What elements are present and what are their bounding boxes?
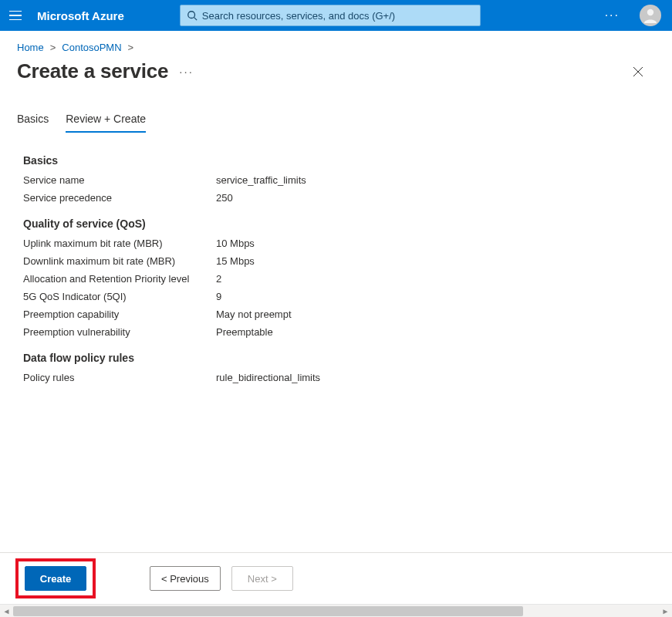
previous-button[interactable]: < Previous: [150, 566, 221, 591]
title-more-icon[interactable]: ···: [179, 65, 194, 78]
kv-row: 5G QoS Indicator (5QI) 9: [23, 291, 649, 302]
create-highlight-box: Create: [15, 558, 96, 598]
arp-level-label: Allocation and Retention Priority level: [23, 273, 216, 285]
page-title: Create a service: [17, 59, 168, 83]
close-icon: [632, 66, 644, 78]
chevron-right-icon: >: [50, 42, 56, 53]
section-basics-heading: Basics: [23, 154, 649, 167]
svg-line-1: [194, 18, 197, 21]
wizard-footer: Create < Previous Next >: [0, 553, 672, 604]
kv-row: Uplink maximum bit rate (MBR) 10 Mbps: [23, 238, 649, 249]
scroll-left-icon[interactable]: ◄: [0, 605, 13, 618]
brand-label: Microsoft Azure: [37, 9, 124, 22]
policy-rules-label: Policy rules: [23, 372, 216, 383]
svg-point-0: [188, 12, 195, 19]
kv-row: Service name service_traffic_limits: [23, 174, 649, 186]
breadcrumb: Home > ContosoPMN >: [0, 31, 672, 56]
azure-topbar: Microsoft Azure ···: [0, 0, 672, 31]
tab-basics[interactable]: Basics: [17, 113, 49, 133]
5qi-value: 9: [216, 291, 221, 302]
preemption-capability-value: May not preempt: [216, 308, 292, 320]
tab-review-create[interactable]: Review + Create: [66, 113, 146, 133]
hamburger-icon[interactable]: [8, 8, 23, 23]
uplink-mbr-label: Uplink maximum bit rate (MBR): [23, 238, 216, 249]
5qi-label: 5G QoS Indicator (5QI): [23, 291, 216, 302]
review-content: Basics Service name service_traffic_limi…: [0, 133, 672, 552]
policy-rules-value: rule_bidirectional_limits: [216, 372, 320, 383]
arp-level-value: 2: [216, 273, 221, 285]
scroll-thumb[interactable]: [13, 606, 523, 616]
section-policy-heading: Data flow policy rules: [23, 352, 649, 364]
kv-row: Policy rules rule_bidirectional_limits: [23, 372, 649, 383]
chevron-right-icon: >: [128, 42, 134, 53]
user-avatar[interactable]: [640, 5, 661, 26]
kv-row: Preemption vulnerability Preemptable: [23, 326, 649, 338]
preemption-capability-label: Preemption capability: [23, 308, 216, 320]
breadcrumb-home[interactable]: Home: [17, 42, 44, 53]
breadcrumb-project[interactable]: ContosoPMN: [62, 42, 121, 53]
service-name-label: Service name: [23, 174, 216, 186]
horizontal-scrollbar[interactable]: ◄ ►: [0, 604, 672, 617]
preemption-vulnerability-label: Preemption vulnerability: [23, 326, 216, 338]
section-qos-heading: Quality of service (QoS): [23, 217, 649, 230]
topbar-more-icon[interactable]: ···: [600, 8, 624, 22]
kv-row: Preemption capability May not preempt: [23, 308, 649, 320]
downlink-mbr-value: 15 Mbps: [216, 255, 255, 267]
create-button[interactable]: Create: [25, 566, 86, 591]
tabs: Basics Review + Create: [0, 94, 672, 133]
service-precedence-value: 250: [216, 192, 233, 204]
scroll-right-icon[interactable]: ►: [659, 605, 672, 618]
preemption-vulnerability-value: Preemptable: [216, 326, 273, 338]
search-icon: [187, 10, 198, 21]
uplink-mbr-value: 10 Mbps: [216, 238, 255, 249]
global-search[interactable]: [180, 5, 481, 26]
close-button[interactable]: [624, 61, 652, 83]
kv-row: Allocation and Retention Priority level …: [23, 273, 649, 285]
service-precedence-label: Service precedence: [23, 192, 216, 204]
svg-point-2: [647, 9, 653, 15]
kv-row: Downlink maximum bit rate (MBR) 15 Mbps: [23, 255, 649, 267]
search-input[interactable]: [202, 10, 474, 22]
next-button: Next >: [231, 566, 293, 591]
person-icon: [641, 6, 660, 25]
kv-row: Service precedence 250: [23, 192, 649, 204]
downlink-mbr-label: Downlink maximum bit rate (MBR): [23, 255, 216, 267]
service-name-value: service_traffic_limits: [216, 174, 306, 186]
titlebar: Create a service ···: [0, 56, 672, 94]
